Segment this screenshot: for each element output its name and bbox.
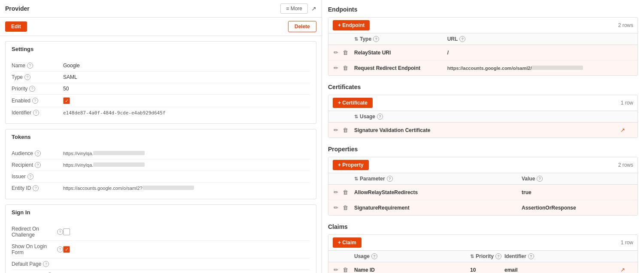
redirect-challenge-checkbox[interactable] <box>63 228 70 235</box>
edit-property-1-button[interactable]: ✏ <box>333 204 339 212</box>
field-entityid: Entity ID ? https://accounts.google.com/… <box>12 182 310 194</box>
enabled-checkbox[interactable]: ✓ <box>63 97 70 104</box>
edit-claim-0-button[interactable]: ✏ <box>333 266 339 273</box>
claims-col-identifier: Identifier <box>504 253 526 259</box>
entityid-help-icon[interactable]: ? <box>33 185 39 191</box>
recipient-help-icon[interactable]: ? <box>35 162 41 168</box>
claim-0-link-icon[interactable]: ↗ <box>620 267 625 273</box>
claims-title: Claims <box>328 223 638 230</box>
certificates-table-header: ⇅ Usage ? <box>328 111 638 123</box>
header-actions: ≡ More ↗ <box>280 3 316 14</box>
identifier-help-icon[interactable]: ? <box>33 110 39 116</box>
delete-button[interactable]: Delete <box>288 21 316 32</box>
usage-sort-icon[interactable]: ⇅ <box>354 114 358 120</box>
signin-section: Sign In Redirect On Challenge ? Show <box>5 204 316 273</box>
delete-property-1-button[interactable]: 🗑 <box>342 204 349 212</box>
audience-help-icon[interactable]: ? <box>35 150 41 156</box>
claims-usage-help-icon[interactable]: ? <box>371 253 377 259</box>
claim-0-usage: Name ID <box>354 267 375 273</box>
signin-body: Redirect On Challenge ? Show On Login Fo… <box>6 220 316 273</box>
claims-col-usage: Usage <box>354 253 370 259</box>
audience-value: https://vinylqa. <box>63 151 145 156</box>
type-help-icon[interactable]: ? <box>24 74 30 80</box>
param-sort-icon[interactable]: ⇅ <box>354 176 358 182</box>
claim-0-identifier: email <box>504 267 518 273</box>
claims-identifier-help-icon[interactable]: ? <box>528 253 534 259</box>
endpoint-0-type: RelayState URI <box>354 50 391 56</box>
field-enabled: Enabled ? ✓ <box>12 94 310 107</box>
delete-endpoint-0-button[interactable]: 🗑 <box>342 48 349 57</box>
properties-row-1: ✏ 🗑 SignatureRequirement AssertionOrResp… <box>328 200 638 215</box>
panel-content: Settings Name ? Google Type ? <box>0 36 322 273</box>
issuer-label: Issuer <box>12 174 26 180</box>
property-1-param: SignatureRequirement <box>354 205 410 211</box>
certificates-row-0: ✏ 🗑 Signature Validation Certificate ↗ <box>328 123 638 138</box>
edit-certificate-0-button[interactable]: ✏ <box>333 126 339 134</box>
add-claim-button[interactable]: + Claim <box>333 237 361 248</box>
redirect-challenge-label: Redirect On Challenge <box>12 226 55 238</box>
field-issuer: Issuer ? <box>12 171 310 182</box>
properties-table: + Property 2 rows ⇅ Parameter ? Value ? <box>328 157 638 216</box>
left-panel: Provider ≡ More ↗ Edit Delete Settings N… <box>0 0 322 273</box>
signin-title: Sign In <box>6 205 316 220</box>
delete-claim-0-button[interactable]: 🗑 <box>342 266 349 273</box>
endpoints-url-help-icon[interactable]: ? <box>459 36 465 42</box>
delete-property-0-button[interactable]: 🗑 <box>342 188 349 196</box>
field-priority: Priority ? 50 <box>12 83 310 94</box>
property-0-param: AllowRelayStateRedirects <box>354 189 418 195</box>
action-bar: Edit Delete <box>0 18 322 36</box>
entityid-label: Entity ID <box>12 185 31 191</box>
type-label: Type <box>12 74 23 80</box>
certificate-0-link-icon[interactable]: ↗ <box>620 127 625 133</box>
claims-priority-help-icon[interactable]: ? <box>495 253 501 259</box>
show-login-help-icon[interactable]: ? <box>57 246 63 252</box>
redirect-challenge-help-icon[interactable]: ? <box>57 229 63 235</box>
claims-toolbar: + Claim 1 row <box>328 235 638 251</box>
claims-priority-sort-icon[interactable]: ⇅ <box>470 254 474 259</box>
properties-value-help-icon[interactable]: ? <box>537 176 543 182</box>
priority-help-icon[interactable]: ? <box>29 86 35 92</box>
delete-endpoint-1-button[interactable]: 🗑 <box>342 64 349 72</box>
certificates-table: + Certificate 1 row ⇅ Usage ? ✏ 🗑 <box>328 95 638 138</box>
property-1-value: AssertionOrResponse <box>522 205 576 211</box>
settings-body: Name ? Google Type ? SAML <box>6 57 316 123</box>
edit-property-0-button[interactable]: ✏ <box>333 188 339 196</box>
endpoints-type-help-icon[interactable]: ? <box>373 36 379 42</box>
enabled-help-icon[interactable]: ? <box>32 98 38 104</box>
tokens-section: Tokens Audience ? https://vinylqa. Re <box>5 129 316 199</box>
endpoint-1-url: https://accounts.google.com/o/saml2/ <box>447 66 583 71</box>
default-page-label: Default Page <box>12 261 41 267</box>
properties-row-0: ✏ 🗑 AllowRelayStateRedirects true <box>328 185 638 200</box>
endpoint-0-url: / <box>447 50 449 56</box>
properties-param-help-icon[interactable]: ? <box>387 176 393 182</box>
edit-endpoint-0-button[interactable]: ✏ <box>333 48 339 57</box>
tokens-body: Audience ? https://vinylqa. Recipient ? <box>6 144 316 199</box>
properties-title: Properties <box>328 146 638 153</box>
certificates-usage-help-icon[interactable]: ? <box>377 114 383 120</box>
properties-section: Properties + Property 2 rows ⇅ Parameter… <box>328 146 638 216</box>
field-audience: Audience ? https://vinylqa. <box>12 148 310 159</box>
add-property-button[interactable]: + Property <box>333 160 369 170</box>
endpoints-table: + Endpoint 2 rows ⇅ Type ? URL ? <box>328 17 638 76</box>
name-help-icon[interactable]: ? <box>27 63 33 69</box>
properties-table-header: ⇅ Parameter ? Value ? <box>328 173 638 185</box>
issuer-help-icon[interactable]: ? <box>27 174 33 180</box>
type-sort-icon[interactable]: ⇅ <box>354 36 358 42</box>
claims-rows-count: 1 row <box>621 240 633 246</box>
field-signout-page: Sign Out Page ? <box>12 270 310 273</box>
property-0-value: true <box>522 189 532 195</box>
priority-value: 50 <box>63 86 310 92</box>
edit-button[interactable]: Edit <box>5 21 27 32</box>
certificates-col-usage: Usage <box>360 114 375 120</box>
delete-certificate-0-button[interactable]: 🗑 <box>342 126 349 134</box>
claims-table-header: Usage ? ⇅ Priority ? Identifier ? <box>328 251 638 262</box>
add-endpoint-button[interactable]: + Endpoint <box>333 20 370 30</box>
default-page-help-icon[interactable]: ? <box>43 261 49 267</box>
show-login-checkbox[interactable]: ✓ <box>63 246 70 253</box>
properties-col-parameter: Parameter <box>360 176 385 182</box>
edit-endpoint-1-button[interactable]: ✏ <box>333 64 339 72</box>
add-certificate-button[interactable]: + Certificate <box>333 98 373 108</box>
certificates-rows-count: 1 row <box>621 100 633 106</box>
expand-icon[interactable]: ↗ <box>311 5 316 12</box>
more-button[interactable]: ≡ More <box>280 3 308 14</box>
